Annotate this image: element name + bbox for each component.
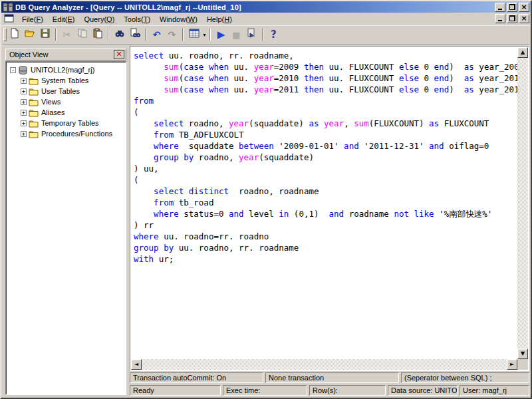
editor-line: group by uu. roadno, rr. roadname <box>134 243 517 254</box>
editor-line: ( <box>134 107 517 118</box>
expand-icon[interactable]: + <box>21 99 27 105</box>
tree-item-aliases[interactable]: +Aliases <box>10 107 126 118</box>
expand-icon[interactable]: + <box>21 78 27 84</box>
expand-icon[interactable]: + <box>21 110 27 116</box>
toolbar-separator <box>182 29 184 41</box>
db-query-analyzer-window: DB Query Analyzer - [Query -- UNITOLL2\m… <box>0 0 532 399</box>
editor-line: ) rr <box>134 220 517 231</box>
editor-line: sum(case when uu. year=2010 then uu. FLU… <box>134 73 517 84</box>
help-icon: ? <box>271 29 277 41</box>
close-icon: × <box>521 3 527 11</box>
toolbar-separator <box>55 29 57 41</box>
expand-icon[interactable]: + <box>21 131 27 137</box>
object-view-header: Object View ✕ <box>5 49 126 61</box>
sql-separator-status: (Seperator between SQL) ; <box>401 372 529 383</box>
menu-item-tools[interactable]: Tools(T) <box>119 14 155 25</box>
undo-icon: ↶ <box>153 29 161 41</box>
tree-item-user-tables[interactable]: +User Tables <box>10 86 126 96</box>
toolbar-separator <box>145 29 146 41</box>
toolbar-button-paste[interactable] <box>90 27 105 42</box>
editor-line: sum(case when uu. year=2011 then uu. FLU… <box>134 84 517 96</box>
toolbar-button-run[interactable]: ▶ <box>213 27 229 42</box>
restore-button[interactable] <box>507 3 517 12</box>
menu-item-file[interactable]: File(F) <box>17 14 48 25</box>
copy-icon <box>77 28 88 41</box>
new-file-icon <box>9 28 20 41</box>
editor-line: where squaddate between '2009-01-01' and… <box>134 141 517 152</box>
status-datasource: Data source: UNITOLL2 <box>388 385 458 396</box>
status-bar: Ready Exec time: Row(s): Data source: UN… <box>130 384 529 396</box>
autocommit-status: Transaction autoCommit: On <box>130 372 263 383</box>
tree-item-system-tables[interactable]: +System Tables <box>10 75 126 86</box>
toolbar-button-execute-file[interactable] <box>244 27 259 42</box>
sql-editor[interactable]: select uu. roadno, rr. roadname, sum(cas… <box>131 47 517 359</box>
editor-line: select roadno, year(squaddate) as year, … <box>134 118 517 130</box>
tree-item-views[interactable]: +Views <box>10 96 126 107</box>
menu-item-query[interactable]: Query(Q) <box>79 14 119 25</box>
close-button[interactable]: × <box>519 3 529 12</box>
toolbar-button-new-file[interactable] <box>7 27 22 42</box>
mdi-restore-button[interactable] <box>507 14 517 23</box>
toolbar-button-undo[interactable]: ↶ <box>149 27 164 42</box>
editor-line: where status=0 and level in (0,1) and ro… <box>134 209 517 220</box>
toolbar-button-save[interactable] <box>37 27 53 42</box>
mdi-minimize-button[interactable] <box>495 14 505 23</box>
collapse-icon[interactable]: - <box>10 67 16 73</box>
toolbar-button-help[interactable]: ? <box>266 27 281 42</box>
find-object-icon <box>130 28 140 41</box>
tree-item-temporary-tables[interactable]: +Temporary Tables <box>10 118 126 128</box>
database-icon <box>18 66 28 74</box>
minimize-icon <box>498 9 502 10</box>
editor-line: where uu. roadno=rr. roadno <box>134 231 517 243</box>
result-grid-icon <box>189 28 200 41</box>
object-view-close-button[interactable]: ✕ <box>114 50 124 59</box>
minimize-button[interactable] <box>495 3 505 12</box>
open-file-icon <box>25 28 35 41</box>
horizontal-scrollbar[interactable]: ◄ ► <box>131 359 517 370</box>
toolbar-button-find-object[interactable] <box>127 27 142 42</box>
expand-icon[interactable]: + <box>21 120 27 126</box>
toolbar: ✂↶↷▼▶■? <box>1 25 531 44</box>
folder-icon <box>29 87 39 96</box>
folder-icon <box>29 119 39 128</box>
toolbar-button-result-grid[interactable] <box>186 27 201 42</box>
vertical-scrollbar[interactable]: ▲ ▼ <box>517 47 528 359</box>
find-icon <box>114 28 125 41</box>
mdi-restore-icon <box>509 15 515 21</box>
editor-line: ( <box>134 175 517 186</box>
menu-item-help[interactable]: Help(H) <box>202 14 237 25</box>
scroll-right-icon[interactable]: ► <box>507 359 517 370</box>
run-icon: ▶ <box>217 29 225 41</box>
status-rows: Row(s): <box>309 385 386 396</box>
save-icon <box>40 28 51 41</box>
horizontal-scroll-track[interactable] <box>142 359 507 370</box>
toolbar-button-find[interactable] <box>112 27 127 42</box>
scroll-down-icon[interactable]: ▼ <box>517 348 528 359</box>
scroll-left-icon[interactable]: ◄ <box>131 359 142 370</box>
editor-line: sum(case when uu. year=2009 then uu. FLU… <box>134 62 517 73</box>
mdi-close-button[interactable]: × <box>519 14 529 23</box>
toolbar-separator <box>209 29 211 41</box>
editor-line: ) uu, <box>134 164 517 175</box>
tree-item-procedures-functions[interactable]: +Procedures/Functions <box>10 128 126 139</box>
expand-icon[interactable]: + <box>21 88 27 94</box>
vertical-scroll-track[interactable] <box>517 58 528 348</box>
menu-item-window[interactable]: Window(W) <box>155 14 202 25</box>
scrollbar-corner <box>517 359 528 370</box>
status-user: User: magf_rj <box>460 385 529 396</box>
client-area: Object View ✕ -UNITOLL2(magf_rj)+System … <box>3 44 529 396</box>
mdi-document-icon[interactable] <box>4 14 15 23</box>
folder-icon <box>29 130 39 138</box>
transaction-status-row: Transaction autoCommit: On None transact… <box>130 371 529 384</box>
mdi-minimize-icon <box>498 20 502 21</box>
tree-root-database[interactable]: -UNITOLL2(magf_rj) <box>10 65 126 75</box>
menu-item-edit[interactable]: Edit(E) <box>48 14 80 25</box>
object-tree: -UNITOLL2(magf_rj)+System Tables+User Ta… <box>5 61 126 395</box>
folder-icon <box>29 108 39 117</box>
toolbar-button-open-file[interactable] <box>22 27 37 42</box>
paste-icon <box>92 28 103 41</box>
dropdown-caret-icon[interactable]: ▼ <box>202 33 207 37</box>
title-bar: DB Query Analyzer - [Query -- UNITOLL2\m… <box>1 1 531 13</box>
scroll-up-icon[interactable]: ▲ <box>517 47 528 58</box>
folder-icon <box>29 76 39 85</box>
